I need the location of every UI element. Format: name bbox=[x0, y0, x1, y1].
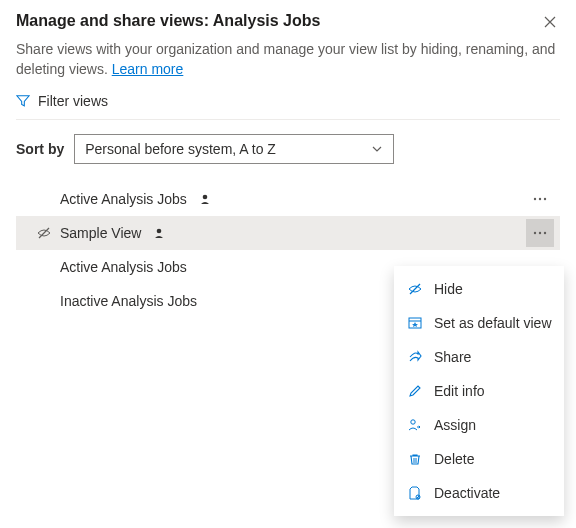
header: Manage and share views: Analysis Jobs bbox=[16, 12, 560, 32]
menu-item-default[interactable]: Set as default view bbox=[394, 306, 564, 340]
deactivate-icon bbox=[406, 485, 424, 501]
person-icon bbox=[199, 193, 211, 205]
svg-marker-12 bbox=[412, 322, 418, 327]
edit-icon bbox=[406, 383, 424, 399]
menu-item-share[interactable]: Share bbox=[394, 340, 564, 374]
menu-item-label: Hide bbox=[434, 281, 463, 297]
menu-item-assign[interactable]: Assign bbox=[394, 408, 564, 442]
default-view-icon bbox=[406, 315, 424, 331]
chevron-down-icon bbox=[371, 143, 383, 155]
more-icon bbox=[533, 197, 547, 201]
close-button[interactable] bbox=[540, 12, 560, 32]
svg-point-7 bbox=[539, 232, 541, 234]
menu-item-label: Deactivate bbox=[434, 485, 500, 501]
menu-item-label: Set as default view bbox=[434, 315, 552, 331]
more-button[interactable] bbox=[526, 185, 554, 213]
menu-item-hide[interactable]: Hide bbox=[394, 272, 564, 306]
svg-point-2 bbox=[539, 198, 541, 200]
panel-subtitle: Share views with your organization and m… bbox=[16, 40, 560, 79]
svg-point-3 bbox=[544, 198, 546, 200]
svg-point-1 bbox=[534, 198, 536, 200]
hide-icon bbox=[406, 281, 424, 297]
svg-point-8 bbox=[544, 232, 546, 234]
person-icon bbox=[153, 227, 165, 239]
svg-point-0 bbox=[203, 195, 208, 200]
filter-views[interactable]: Filter views bbox=[16, 93, 560, 120]
sort-dropdown[interactable]: Personal before system, A to Z bbox=[74, 134, 394, 164]
more-button[interactable] bbox=[526, 219, 554, 247]
menu-item-delete[interactable]: Delete bbox=[394, 442, 564, 476]
sort-row: Sort by Personal before system, A to Z bbox=[16, 134, 560, 164]
filter-icon bbox=[16, 94, 30, 108]
svg-point-6 bbox=[534, 232, 536, 234]
panel-title: Manage and share views: Analysis Jobs bbox=[16, 12, 320, 30]
svg-point-5 bbox=[157, 229, 162, 234]
sort-label: Sort by bbox=[16, 141, 64, 157]
context-menu: Hide Set as default view Share Edit info… bbox=[394, 266, 564, 516]
hidden-icon bbox=[34, 225, 54, 241]
view-name: Inactive Analysis Jobs bbox=[60, 293, 197, 309]
menu-item-label: Edit info bbox=[434, 383, 485, 399]
view-row[interactable]: Active Analysis Jobs bbox=[16, 182, 560, 216]
view-name: Sample View bbox=[60, 225, 141, 241]
menu-item-deactivate[interactable]: Deactivate bbox=[394, 476, 564, 510]
assign-icon bbox=[406, 417, 424, 433]
filter-label: Filter views bbox=[38, 93, 108, 109]
subtitle-text: Share views with your organization and m… bbox=[16, 41, 555, 77]
menu-item-label: Assign bbox=[434, 417, 476, 433]
sort-selected-value: Personal before system, A to Z bbox=[85, 141, 276, 157]
share-icon bbox=[406, 349, 424, 365]
more-icon bbox=[533, 231, 547, 235]
menu-item-edit[interactable]: Edit info bbox=[394, 374, 564, 408]
manage-views-panel: Manage and share views: Analysis Jobs Sh… bbox=[0, 0, 576, 318]
close-icon bbox=[544, 16, 556, 28]
view-row[interactable]: Sample View bbox=[16, 216, 560, 250]
menu-item-label: Share bbox=[434, 349, 471, 365]
delete-icon bbox=[406, 451, 424, 467]
svg-point-13 bbox=[411, 420, 415, 424]
view-name: Active Analysis Jobs bbox=[60, 191, 187, 207]
view-name: Active Analysis Jobs bbox=[60, 259, 187, 275]
learn-more-link[interactable]: Learn more bbox=[112, 61, 184, 77]
menu-item-label: Delete bbox=[434, 451, 474, 467]
